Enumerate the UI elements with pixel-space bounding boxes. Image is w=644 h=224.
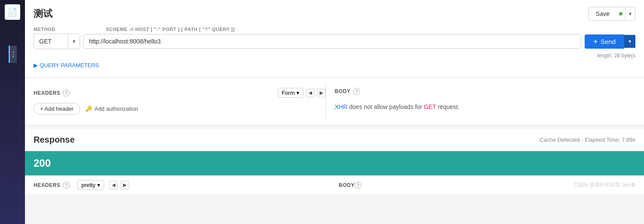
sidebar-active-item[interactable]: ⋮ <box>9 46 17 63</box>
page-title: 测试 <box>34 7 52 20</box>
sidebar-logo[interactable]: 📄 <box>5 4 20 20</box>
response-nav-left-button[interactable]: ◀ <box>109 181 118 190</box>
sidebar: 📄 ⋮ <box>0 0 25 224</box>
send-btn-group: ✈ Send ▾ Send request (Alt + Enter) <box>585 34 635 49</box>
body-section-header: BODY ? <box>335 88 627 95</box>
save-btn-group: Save ▾ <box>589 7 635 21</box>
method-group: GET POST PUT DELETE ▾ <box>34 34 80 49</box>
form-arrow-icon: ▾ <box>296 90 299 96</box>
headers-panel: HEADERS ? Form ▾ ◀ ▶ + Add header 🔑 <box>34 83 326 120</box>
url-input[interactable] <box>84 34 581 48</box>
status-bar: 200 <box>25 151 644 175</box>
response-header-bar: Response Cache Detected - Elapsed Time: … <box>25 129 644 151</box>
body-label: BODY <box>335 88 351 94</box>
labels-row: METHOD SCHEME :// HOST [ ":" PORT ] [ PA… <box>34 27 635 32</box>
pretty-dropdown[interactable]: pretty ▾ <box>77 180 104 190</box>
add-auth-label: Add authorization <box>95 106 138 112</box>
body-panel: BODY ? XHR does not allow payloads for G… <box>326 83 635 120</box>
query-params-row: ▶ QUERY PARAMETERS <box>34 60 635 70</box>
send-dropdown-button[interactable]: ▾ <box>624 35 635 48</box>
response-headers-body-row: HEADERS ? pretty ▾ ◀ ▶ BODY ? CSDN @落叶的非… <box>25 175 644 194</box>
get-text: GET <box>424 103 436 110</box>
response-body-label: BODY <box>339 182 355 188</box>
chevron-right-icon: ▶ <box>34 62 38 68</box>
url-row: GET POST PUT DELETE ▾ ✈ Send ▾ Send requ… <box>34 34 635 49</box>
key-icon: 🔑 <box>85 106 92 112</box>
headers-section-header: HEADERS ? Form ▾ ◀ ▶ <box>34 88 326 98</box>
method-arrow-button[interactable]: ▾ <box>68 34 80 49</box>
length-info: length: 28 byte(s <box>34 53 635 59</box>
response-headers-left: HEADERS ? pretty ▾ ◀ ▶ <box>34 180 330 190</box>
headers-nav-left-button[interactable]: ◀ <box>306 89 314 97</box>
cache-info: Cache Detected - Elapsed Time: 7.89s <box>539 137 635 143</box>
save-dropdown-button[interactable]: ▾ <box>626 8 635 19</box>
response-body-help-icon[interactable]: ? <box>354 182 361 189</box>
form-label: Form <box>282 90 295 96</box>
response-section: Response Cache Detected - Elapsed Time: … <box>25 129 644 194</box>
send-icon: ✈ <box>593 38 598 45</box>
pretty-arrow-icon: ▾ <box>97 182 100 188</box>
response-headers-help-icon[interactable]: ? <box>63 182 70 189</box>
top-panel: 测试 Save ▾ METHOD SCHEME :// HOST [ ":" P… <box>25 0 644 78</box>
response-headers-label: HEADERS <box>34 182 60 188</box>
response-body-right: BODY ? CSDN @落叶的非页 law ✿ <box>330 181 636 189</box>
response-title: Response <box>34 135 75 145</box>
xhr-text: XHR <box>335 103 348 110</box>
sidebar-active-indicator[interactable]: ⋮ <box>9 46 17 63</box>
headers-help-icon[interactable]: ? <box>63 90 70 96</box>
headers-nav-right-button[interactable]: ▶ <box>317 89 326 97</box>
headers-body-container: HEADERS ? Form ▾ ◀ ▶ + Add header 🔑 <box>25 78 644 125</box>
headers-label: HEADERS <box>34 90 60 96</box>
logo-icon: 📄 <box>8 7 17 17</box>
headers-body-inner: HEADERS ? Form ▾ ◀ ▶ + Add header 🔑 <box>34 83 635 120</box>
headers-actions: + Add header 🔑 Add authorization <box>34 103 326 115</box>
query-params-toggle[interactable]: ▶ QUERY PARAMETERS <box>34 62 99 68</box>
body-message: XHR does not allow payloads for GET requ… <box>335 100 627 114</box>
method-label: METHOD <box>34 27 102 32</box>
watermark-text: CSDN @落叶的非页 law ✿ <box>573 181 635 189</box>
main-content: 测试 Save ▾ METHOD SCHEME :// HOST [ ":" P… <box>25 0 644 224</box>
add-authorization-button[interactable]: 🔑 Add authorization <box>85 106 138 112</box>
save-status-dot <box>619 12 622 16</box>
response-nav-right-button[interactable]: ▶ <box>120 181 129 190</box>
query-params-label: QUERY PARAMETERS <box>40 62 99 68</box>
title-row: 测试 Save ▾ <box>34 7 635 21</box>
status-code: 200 <box>34 157 51 169</box>
add-header-button[interactable]: + Add header <box>34 103 80 115</box>
form-dropdown[interactable]: Form ▾ <box>278 88 303 98</box>
sidebar-icon: ⋮ <box>10 50 17 59</box>
scheme-label: SCHEME :// HOST [ ":" PORT ] [ PATH [ "?… <box>106 27 635 32</box>
send-button[interactable]: ✈ Send <box>585 34 624 49</box>
url-input-wrapper <box>83 34 581 49</box>
save-button[interactable]: Save <box>589 8 616 20</box>
pretty-label: pretty <box>81 182 96 188</box>
method-select[interactable]: GET POST PUT DELETE <box>34 34 68 48</box>
send-label: Send <box>601 38 616 45</box>
body-help-icon[interactable]: ? <box>353 88 360 95</box>
